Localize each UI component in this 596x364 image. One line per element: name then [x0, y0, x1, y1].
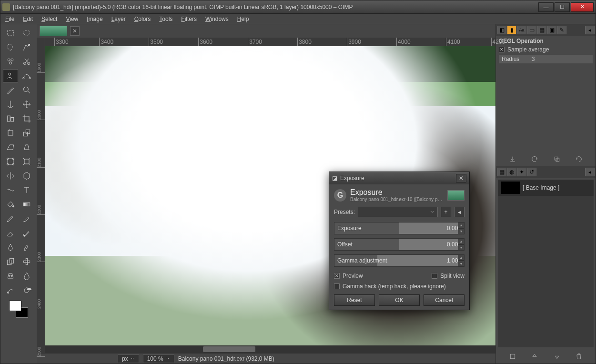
menu-tools[interactable]: Tools	[159, 16, 172, 22]
preview-checkbox[interactable]: ✕	[334, 273, 340, 279]
preset-add-button[interactable]: +	[441, 207, 451, 217]
tool-move[interactable]	[19, 98, 34, 111]
save-icon[interactable]	[509, 155, 516, 163]
offset-slider[interactable]: Offset 0,000 ▲▼	[334, 238, 465, 251]
tool-ink[interactable]	[3, 241, 18, 254]
lower-layer-icon[interactable]	[553, 353, 561, 360]
new-layer-icon[interactable]	[509, 353, 516, 360]
dock-menu-icon[interactable]: ◂	[585, 26, 595, 34]
tool-paths[interactable]	[19, 69, 34, 82]
tool-measure[interactable]	[3, 98, 18, 111]
tool-eraser[interactable]	[3, 226, 18, 240]
menu-windows[interactable]: Windows	[205, 16, 229, 22]
radius-input[interactable]	[521, 56, 535, 62]
duplicate-icon[interactable]	[553, 155, 561, 163]
image-tab[interactable]	[40, 26, 67, 36]
tool-zoom[interactable]	[19, 83, 34, 97]
layer-item[interactable]: [ Base Image ]	[498, 180, 594, 196]
tool-unified-transform[interactable]	[3, 155, 18, 168]
preset-menu-button[interactable]: ◂	[454, 207, 465, 217]
radius-row[interactable]: Radius	[499, 55, 593, 63]
tool-perspective[interactable]	[19, 141, 34, 154]
spin-up-icon[interactable]: ▲	[458, 254, 465, 261]
tool-mypaint-brush[interactable]	[19, 241, 34, 254]
sample-average-checkbox[interactable]: ✕	[499, 47, 505, 52]
scrollbar-thumb[interactable]	[203, 346, 255, 352]
unit-selector[interactable]: px	[118, 354, 139, 363]
tool-blur[interactable]	[19, 269, 34, 283]
gamma-slider[interactable]: Gamma adjustment 1,000 ▲▼	[334, 254, 465, 267]
dock-tab[interactable]: ◧	[497, 26, 506, 34]
ok-button[interactable]: OK	[379, 294, 420, 306]
channels-tab-icon[interactable]: ◍	[507, 168, 516, 176]
tool-gradient[interactable]	[19, 198, 34, 211]
maximize-button[interactable]: ☐	[555, 2, 570, 12]
menu-file[interactable]: File	[5, 16, 14, 22]
tool-airbrush[interactable]	[19, 226, 34, 240]
tool-rotate[interactable]	[3, 126, 18, 140]
tool-ellipse-select[interactable]	[19, 26, 34, 40]
spin-down-icon[interactable]: ▼	[458, 228, 465, 234]
reset-button[interactable]: Reset	[334, 294, 375, 306]
cancel-button[interactable]: Cancel	[424, 294, 465, 306]
dock-tab[interactable]: ▣	[547, 26, 556, 34]
spin-down-icon[interactable]: ▼	[458, 261, 465, 267]
tool-by-color-select[interactable]	[3, 55, 18, 68]
tool-fuzzy-select[interactable]	[19, 40, 34, 54]
raise-layer-icon[interactable]	[531, 353, 538, 360]
presets-combo[interactable]	[358, 207, 438, 217]
tool-paintbrush[interactable]	[19, 212, 34, 225]
dock-menu-icon[interactable]: ◂	[585, 168, 595, 176]
dock-tab[interactable]: ✎	[557, 26, 566, 34]
split-view-checkbox[interactable]	[432, 273, 437, 279]
spin-up-icon[interactable]: ▲	[458, 222, 465, 228]
layer-list[interactable]: [ Base Image ]	[498, 180, 594, 347]
horizontal-ruler[interactable]: 3300 3400 3500 3600 3700 3800 3900 4000 …	[45, 38, 495, 46]
menu-layer[interactable]: Layer	[111, 16, 126, 22]
tool-scale[interactable]	[19, 126, 34, 140]
dock-tab[interactable]: Aa	[517, 26, 526, 34]
minimize-button[interactable]: —	[538, 2, 554, 12]
tool-align[interactable]	[3, 112, 18, 125]
delete-layer-icon[interactable]	[575, 353, 583, 360]
menu-colors[interactable]: Colors	[134, 16, 151, 22]
tool-smudge[interactable]	[3, 283, 18, 297]
tool-color-picker[interactable]	[3, 83, 18, 97]
gamma-hack-checkbox[interactable]	[334, 283, 340, 289]
menu-edit[interactable]: Edit	[23, 16, 33, 22]
tool-clone[interactable]	[3, 255, 18, 268]
history-tab-icon[interactable]: ↺	[527, 168, 536, 176]
paths-tab-icon[interactable]: ✦	[517, 168, 526, 176]
tool-free-select[interactable]	[3, 40, 18, 54]
horizontal-scrollbar[interactable]	[45, 345, 495, 353]
fg-color-swatch[interactable]	[9, 301, 21, 311]
undo-icon[interactable]	[575, 155, 583, 163]
spin-down-icon[interactable]: ▼	[458, 244, 465, 251]
spin-up-icon[interactable]: ▲	[458, 238, 465, 244]
tool-handle-transform[interactable]	[19, 155, 34, 168]
tool-foreground-select[interactable]	[3, 69, 18, 82]
dock-tab[interactable]: ▤	[537, 26, 546, 34]
dialog-titlebar[interactable]: ◪ Exposure ✕	[329, 172, 469, 184]
dialog-close-button[interactable]: ✕	[456, 174, 466, 182]
close-button[interactable]: ✕	[571, 2, 594, 12]
menu-image[interactable]: Image	[87, 16, 102, 22]
tool-pencil[interactable]	[3, 212, 18, 225]
dock-tab[interactable]: ▮	[507, 26, 516, 34]
tool-text[interactable]	[19, 183, 34, 197]
tool-heal[interactable]	[19, 255, 34, 268]
tool-shear[interactable]	[3, 141, 18, 154]
menu-view[interactable]: View	[66, 16, 78, 22]
tool-dodge-burn[interactable]	[19, 283, 34, 297]
tool-flip[interactable]	[3, 169, 18, 182]
menu-help[interactable]: Help	[237, 16, 249, 22]
tool-warp[interactable]	[3, 183, 18, 197]
fg-bg-colors[interactable]	[9, 301, 28, 318]
dialog-image-thumb[interactable]	[447, 190, 465, 201]
tool-cage[interactable]	[19, 169, 34, 182]
menu-select[interactable]: Select	[41, 16, 57, 22]
dock-tab[interactable]: ▭	[527, 26, 536, 34]
tool-bucket-fill[interactable]	[3, 198, 18, 211]
refresh-icon[interactable]	[531, 155, 538, 163]
layers-tab-icon[interactable]: ▤	[497, 168, 506, 176]
